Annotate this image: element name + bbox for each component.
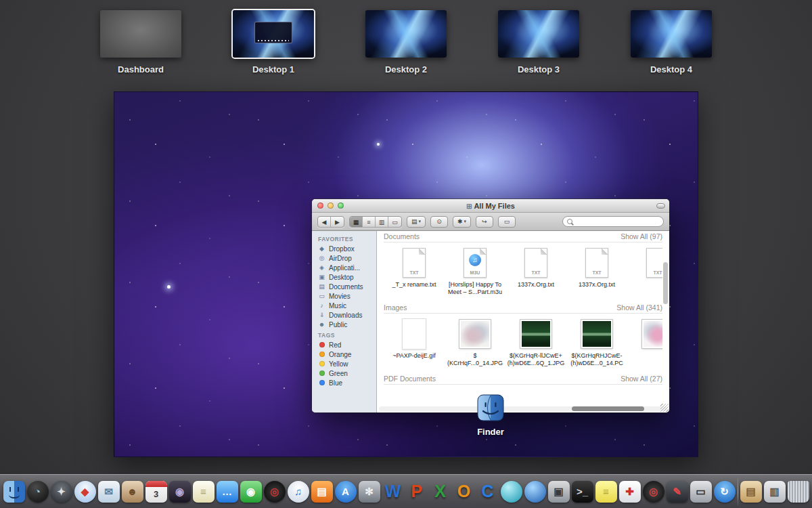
dock-pen-tool[interactable]: ✎ [667,481,688,503]
dock-globe-app[interactable] [524,481,546,503]
sidebar-item-dropbox[interactable]: ◆ Dropbox [312,244,376,253]
dock-facetime[interactable]: ◉ [240,481,262,503]
dock-powerpoint[interactable]: P [406,481,428,503]
dock-dvd-player[interactable]: ◎ [264,481,286,503]
file-shoes-jpg[interactable]: $ (KCrHqF...0_14.JPG [445,318,505,373]
forward-button[interactable]: ▶ [331,217,344,227]
column-view-button[interactable]: ▥ [376,217,388,227]
resize-grip[interactable] [660,404,669,412]
tag-green[interactable]: Green [312,368,376,378]
dock-launchpad[interactable]: ✦ [51,481,72,503]
dock-downloads-folder[interactable]: ▤ [740,481,762,503]
finder-window[interactable]: ⊞All My Files ◀ ▶ ▦ ≡ ▥ ▭ ▤ ▾ [312,199,669,412]
close-button[interactable] [317,203,323,209]
dock-calendar[interactable]: 3 [145,481,167,503]
space-desktop-3[interactable]: Desktop 3 [497,10,581,75]
back-button[interactable]: ◀ [318,217,331,227]
quick-look-button[interactable]: ⊙ [430,216,448,228]
icon-view-button[interactable]: ▦ [350,217,363,227]
dock-item-icon: ◔ [35,486,41,496]
dock-trash[interactable] [788,481,809,503]
action-button[interactable]: ✱ ▾ [453,216,471,228]
dock-app-store[interactable]: A [335,481,357,503]
dock-stickies[interactable]: ≡ [595,481,617,503]
vertical-scrollbar[interactable] [663,262,668,304]
dock-terminal[interactable]: >_ [572,481,593,503]
dock-utility-app[interactable]: ▣ [548,481,570,503]
sidebar-item-downloads[interactable]: ⇓ Downloads [312,310,376,320]
sidebar-item-movies[interactable]: ▭ Movies [312,291,376,301]
minimize-button[interactable] [328,203,334,209]
file-green-jpg-2[interactable]: $(KGrHqRHJCwE- (h)wD6E...0_14.PC [566,318,627,373]
search-field[interactable] [562,216,664,227]
sidebar-item-documents[interactable]: ▤ Documents [312,282,376,291]
sidebar-item-applications[interactable]: ◈ Applicati... [312,263,376,272]
tag-orange[interactable]: Orange [312,350,376,359]
tag-yellow[interactable]: Yellow [312,359,376,368]
dock-photo-booth[interactable]: ◉ [169,481,191,503]
show-all-link[interactable]: Show All (341) [616,303,662,312]
dock-documents-stack[interactable]: ▥ [764,481,786,503]
sidebar-item-music[interactable]: ♪ Music [312,301,376,310]
tag-red[interactable]: Red [312,340,376,350]
arrange-button[interactable]: ▤ ▾ [407,216,426,228]
dock-safari[interactable]: ◆ [74,481,96,503]
dock-itunes[interactable]: ♫ [288,481,309,503]
horizontal-scrollbar-thumb[interactable] [572,406,644,411]
dock-chat-app[interactable] [501,481,522,503]
dock-disc-burner[interactable]: ◎ [643,481,664,503]
quick-look-icon: ⊙ [436,218,442,225]
dock-system-preferences[interactable]: ✻ [359,481,380,503]
space-thumbnail[interactable] [631,10,712,58]
space-dashboard[interactable]: Dashboard [99,10,183,75]
dock-sync-app[interactable]: ↻ [714,481,736,503]
dock-ibooks[interactable]: ▤ [311,481,333,503]
file-partial-shoes[interactable] [627,318,662,373]
dock-grab[interactable]: ▭ [690,481,712,503]
finder-app-badge[interactable]: Finder [464,394,518,437]
horizontal-scrollbar-track[interactable] [379,406,667,411]
file-horslips-m3u[interactable]: M3U [Horslips] Happy To Meet – S...Part.… [445,247,505,302]
dock-messages[interactable]: … [217,481,238,503]
space-desktop-2[interactable]: Desktop 2 [364,10,448,75]
file-partial-txt-1[interactable]: TXT [627,247,662,302]
space-desktop-1[interactable]: Desktop 1 [231,10,315,75]
space-thumbnail[interactable] [365,10,447,58]
dock-excel[interactable]: X [430,481,451,503]
space-thumbnail[interactable] [100,10,181,58]
dock-contacts[interactable]: ☻ [122,481,143,503]
sidebar-item-desktop[interactable]: ▣ Desktop [312,272,376,282]
space-thumbnail[interactable] [233,10,314,58]
window-titlebar[interactable]: ⊞All My Files [312,199,669,213]
dock-mail[interactable]: ✉ [98,481,120,503]
file-1337x-org-1[interactable]: TXT 1337x.Org.txt [505,247,566,302]
file-green-jpg-1[interactable]: $(KGrHqR-llJCwE+ (h)wD6E...6Q_1.JPG [505,318,566,373]
dock-finder[interactable] [3,481,25,503]
show-all-link[interactable]: Show All (97) [621,232,662,240]
sidebar-item-public[interactable]: ☻ Public [312,320,376,329]
file-paxp-gif[interactable]: ~PAXP-deijE.gif [384,318,445,373]
zoom-button[interactable] [338,203,344,209]
list-view-button[interactable]: ≡ [363,217,376,227]
file-1337x-org-2[interactable]: TXT 1337x.Org.txt [566,247,627,302]
edit-tags-button[interactable]: ▭ [498,216,516,228]
dock-c-app[interactable]: C [477,481,499,503]
dock-word[interactable]: W [382,481,404,503]
share-button[interactable]: ↪ [476,216,493,228]
space-thumbnail[interactable] [498,10,579,58]
space-desktop-4[interactable]: Desktop 4 [629,10,713,75]
file-tx-rename[interactable]: TXT _T_x rename.txt [384,247,445,302]
dock-textedit[interactable]: ≡ [193,481,215,503]
dock-outlook[interactable]: O [453,481,475,503]
show-all-link[interactable]: Show All (27) [621,375,662,383]
dock-dashboard[interactable]: ◔ [27,481,49,503]
dock-separator[interactable] [738,478,738,506]
dock-first-aid[interactable]: ✚ [619,481,641,503]
desktop-preview[interactable]: ⊞All My Files ◀ ▶ ▦ ≡ ▥ ▭ ▤ ▾ [114,91,698,457]
toolbar-toggle-button[interactable] [656,203,665,209]
tag-blue[interactable]: Blue [312,378,376,387]
sidebar-item-airdrop[interactable]: ◎ AirDrop [312,253,376,263]
file-icon-wrap [642,318,662,350]
coverflow-view-button[interactable]: ▭ [388,217,401,227]
search-input[interactable] [575,218,664,226]
